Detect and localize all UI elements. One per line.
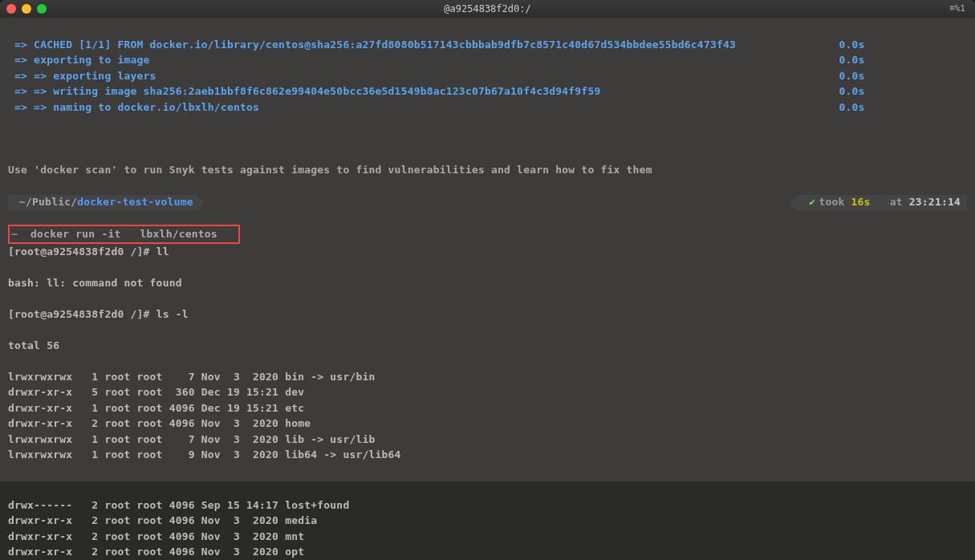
- docker-line: => exporting to image 0.0s: [8, 52, 967, 68]
- docker-line: => => writing image sha256:2aeb1bbf8f6c8…: [8, 83, 967, 99]
- path-prefix: ~/Public/: [19, 194, 77, 210]
- ls-row: drwxr-xr-x 5 root root 360 Dec 19 15:21 …: [8, 384, 967, 400]
- terminal-output[interactable]: => CACHED [1/1] FROM docker.io/library/c…: [0, 18, 975, 481]
- ls-listing-top: lrwxrwxrwx 1 root root 7 Nov 3 2020 bin …: [8, 369, 967, 463]
- maximize-icon[interactable]: [37, 4, 47, 14]
- ls-row: drwxr-xr-x 1 root root 4096 Dec 19 15:21…: [8, 400, 967, 416]
- ls-row: drwxr-xr-x 2 root root 4096 Nov 3 2020 h…: [8, 416, 967, 432]
- window-title: @a9254838f2d0:/: [444, 2, 530, 16]
- error-ll: bash: ll: command not found: [8, 275, 967, 291]
- docker-line: => => naming to docker.io/lbxlh/centos 0…: [8, 99, 967, 116]
- path-dir: docker-test-volume: [77, 194, 193, 210]
- docker-run-cmd: docker run -it lbxlh/centos: [18, 228, 237, 240]
- titlebar: @a9254838f2d0:/ ⌘%1: [0, 0, 975, 18]
- ls-listing-bottom: drwx------ 2 root root 4096 Sep 15 14:17…: [8, 497, 967, 561]
- window-controls: [6, 4, 47, 14]
- cwd-segment: ~/Public/docker-test-volume: [8, 195, 197, 210]
- close-icon[interactable]: [6, 4, 16, 14]
- highlighted-run-command: — docker run -it lbxlh/centos: [8, 225, 240, 244]
- timing-segment: ✔took 16s at 23:21:14: [798, 195, 967, 210]
- cmd-ls: ls -l: [156, 308, 189, 320]
- ls-row: drwx------ 2 root root 4096 Sep 15 14:17…: [8, 497, 967, 513]
- minimize-icon[interactable]: [22, 4, 31, 14]
- ls-row: lrwxrwxrwx 1 root root 9 Nov 3 2020 lib6…: [8, 447, 967, 463]
- prompt-1: [root@a9254838f2d0 /]#: [8, 246, 156, 258]
- total-line: total 56: [8, 338, 967, 354]
- window-shortcut: ⌘%1: [949, 2, 965, 16]
- scan-hint: Use 'docker scan' to run Snyk tests agai…: [8, 162, 967, 178]
- cmd-ll: ll: [156, 246, 169, 258]
- time-value: 23:21:14: [909, 194, 961, 210]
- at-label: at: [871, 194, 909, 210]
- docker-line: => CACHED [1/1] FROM docker.io/library/c…: [8, 37, 967, 53]
- docker-build-output: => CACHED [1/1] FROM docker.io/library/c…: [8, 37, 967, 116]
- check-icon: ✔: [809, 194, 815, 210]
- prompt-ll: [root@a9254838f2d0 /]# ll: [8, 244, 967, 260]
- empty-line: [8, 131, 967, 147]
- ls-row: drwxr-xr-x 2 root root 4096 Nov 3 2020 o…: [8, 544, 967, 560]
- ls-row: drwxr-xr-x 2 root root 4096 Nov 3 2020 m…: [8, 529, 967, 545]
- prompt-dash: —: [11, 228, 18, 240]
- shell-status-bar: ~/Public/docker-test-volume ✔took 16s at…: [8, 195, 967, 210]
- ls-row: lrwxrwxrwx 1 root root 7 Nov 3 2020 lib …: [8, 432, 967, 448]
- took-label: took: [819, 194, 851, 210]
- prompt-2: [root@a9254838f2d0 /]#: [8, 308, 156, 320]
- ls-row: lrwxrwxrwx 1 root root 7 Nov 3 2020 bin …: [8, 369, 967, 385]
- docker-line: => => exporting layers 0.0s: [8, 68, 967, 84]
- took-value: 16s: [851, 194, 871, 210]
- prompt-ls: [root@a9254838f2d0 /]# ls -l: [8, 306, 967, 323]
- ls-row: drwxr-xr-x 2 root root 4096 Nov 3 2020 m…: [8, 513, 967, 529]
- terminal-output-lower[interactable]: drwx------ 2 root root 4096 Sep 15 14:17…: [0, 481, 975, 560]
